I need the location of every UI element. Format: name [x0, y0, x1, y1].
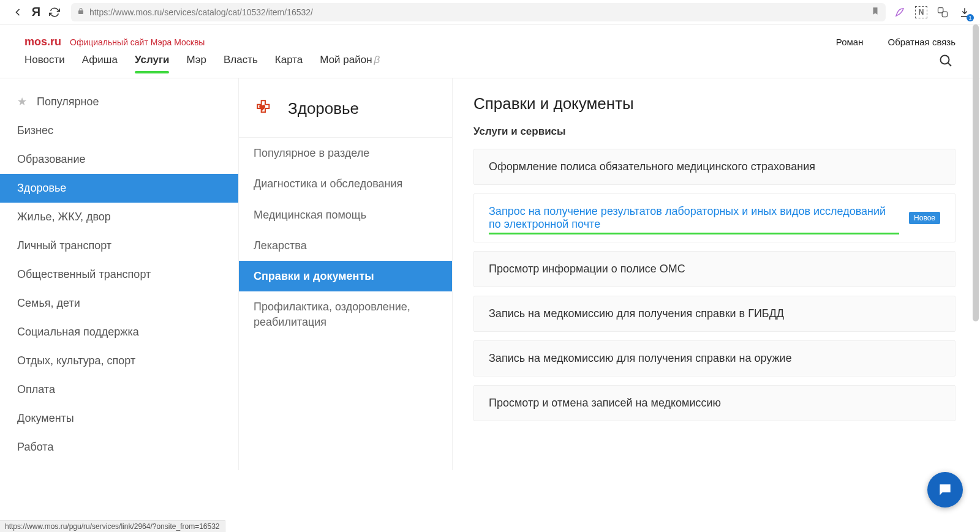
sidebar-item-0[interactable]: ★Популярное	[0, 87, 238, 116]
reload-button[interactable]	[45, 3, 64, 21]
service-item-label: Оформление полиса обязательного медицинс…	[489, 160, 815, 173]
nav-item-2[interactable]: Услуги	[135, 54, 170, 70]
scrollbar-thumb[interactable]	[973, 24, 979, 321]
download-icon[interactable]: 1	[958, 6, 971, 19]
sidebar-item-9[interactable]: Отдых, культура, спорт	[0, 347, 238, 375]
service-item-label: Просмотр и отмена записей на медкомиссию	[489, 397, 721, 410]
sidebar-item-label: Общественный транспорт	[17, 268, 151, 281]
service-item-label: Запись на медкомиссию для получения спра…	[489, 307, 784, 320]
sidebar-item-label: Личный транспорт	[17, 239, 111, 252]
star-icon: ★	[17, 95, 27, 108]
service-item-2[interactable]: Просмотр информации о полисе ОМС	[473, 251, 956, 287]
sidebar-item-label: Документы	[17, 412, 74, 425]
url-text: https://www.mos.ru/services/catalog/cat/…	[89, 7, 313, 17]
translate-extension-icon[interactable]	[936, 6, 949, 19]
search-icon[interactable]	[938, 53, 956, 70]
sidebar-item-label: Популярное	[37, 96, 99, 108]
service-item-3[interactable]: Запись на медкомиссию для получения спра…	[473, 296, 956, 332]
chat-button[interactable]	[927, 472, 963, 508]
section-item-4[interactable]: Справки и документы	[239, 261, 452, 291]
back-button[interactable]	[9, 3, 27, 21]
service-item-1[interactable]: Запрос на получение результатов лаборато…	[473, 193, 956, 242]
sidebar-item-7[interactable]: Семья, дети	[0, 289, 238, 318]
section-title: Здоровье	[239, 92, 452, 138]
category-sidebar: ★ПопулярноеБизнесОбразованиеЗдоровьеЖиль…	[0, 78, 238, 470]
sidebar-item-8[interactable]: Социальная поддержка	[0, 318, 238, 347]
sidebar-item-label: Образование	[17, 153, 86, 166]
section-item-5[interactable]: Профилактика, оздоровление, реабилитация	[239, 291, 452, 337]
sidebar-item-4[interactable]: Жилье, ЖКУ, двор	[0, 203, 238, 231]
scrollbar[interactable]	[973, 24, 979, 520]
page-title: Справки и документы	[473, 94, 956, 113]
sidebar-item-label: Жилье, ЖКУ, двор	[17, 211, 111, 223]
nav-item-0[interactable]: Новости	[24, 54, 65, 70]
sidebar-item-1[interactable]: Бизнес	[0, 116, 238, 145]
pen-extension-icon[interactable]	[893, 6, 907, 19]
nav-item-4[interactable]: Власть	[224, 54, 258, 70]
section-item-0[interactable]: Популярное в разделе	[239, 138, 452, 168]
service-item-label: Запись на медкомиссию для получения спра…	[489, 352, 792, 365]
section-item-1[interactable]: Диагностика и обследования	[239, 168, 452, 199]
section-item-3[interactable]: Лекарства	[239, 230, 452, 261]
brand-logo[interactable]: mos.ru	[24, 36, 61, 48]
sidebar-item-3[interactable]: Здоровье	[0, 174, 238, 203]
nav-item-6[interactable]: Мой районβ	[320, 54, 380, 70]
beta-badge: β	[374, 54, 380, 66]
sidebar-item-label: Семья, дети	[17, 297, 80, 310]
site-header: mos.ru Официальный сайт Мэра Москвы Рома…	[0, 24, 980, 53]
section-item-2[interactable]: Медицинская помощь	[239, 200, 452, 230]
user-name[interactable]: Роман	[836, 37, 864, 47]
nav-item-1[interactable]: Афиша	[82, 54, 118, 70]
extension-icons: N 1	[893, 6, 971, 19]
brand-subtitle: Официальный сайт Мэра Москвы	[70, 37, 205, 47]
sidebar-item-11[interactable]: Документы	[0, 404, 238, 433]
sidebar-item-2[interactable]: Образование	[0, 145, 238, 174]
sidebar-item-label: Оплата	[17, 383, 55, 396]
bookmark-icon[interactable]	[871, 7, 880, 18]
nav-item-5[interactable]: Карта	[275, 54, 303, 70]
sidebar-item-label: Отдых, культура, спорт	[17, 354, 135, 367]
new-badge: Новое	[909, 212, 940, 224]
service-item-label: Просмотр информации о полисе ОМС	[489, 263, 685, 275]
service-item-0[interactable]: Оформление полиса обязательного медицинс…	[473, 149, 956, 185]
sidebar-item-10[interactable]: Оплата	[0, 375, 238, 404]
section-title-text: Здоровье	[288, 99, 359, 118]
address-bar[interactable]: https://www.mos.ru/services/catalog/cat/…	[71, 3, 886, 21]
sidebar-item-label: Работа	[17, 441, 53, 454]
services-subtitle: Услуги и сервисы	[473, 126, 956, 138]
sidebar-item-12[interactable]: Работа	[0, 433, 238, 462]
sidebar-item-label: Здоровье	[17, 182, 66, 195]
sidebar-item-label: Бизнес	[17, 124, 53, 137]
sidebar-item-label: Социальная поддержка	[17, 326, 139, 339]
yandex-button[interactable]: Я	[27, 3, 45, 21]
service-item-5[interactable]: Просмотр и отмена записей на медкомиссию	[473, 385, 956, 421]
feedback-link[interactable]: Обратная связь	[888, 37, 956, 47]
browser-toolbar: Я https://www.mos.ru/services/catalog/ca…	[0, 0, 980, 24]
service-item-label: Запрос на получение результатов лаборато…	[489, 205, 899, 231]
section-column: Здоровье Популярное в разделеДиагностика…	[238, 78, 453, 470]
primary-nav: НовостиАфишаУслугиМэрВластьКартаМой райо…	[0, 53, 980, 78]
services-column: Справки и документы Услуги и сервисы Офо…	[453, 78, 980, 470]
svg-point-2	[941, 56, 949, 64]
health-icon	[254, 97, 277, 120]
status-bar: https://www.mos.ru/pgu/ru/services/link/…	[0, 520, 225, 532]
content-columns: ★ПопулярноеБизнесОбразованиеЗдоровьеЖиль…	[0, 78, 980, 470]
service-item-4[interactable]: Запись на медкомиссию для получения спра…	[473, 340, 956, 377]
sidebar-item-6[interactable]: Общественный транспорт	[0, 260, 238, 289]
nav-item-3[interactable]: Мэр	[186, 54, 206, 70]
sidebar-item-5[interactable]: Личный транспорт	[0, 231, 238, 260]
lock-icon	[77, 7, 85, 17]
notion-extension-icon[interactable]: N	[915, 6, 927, 18]
